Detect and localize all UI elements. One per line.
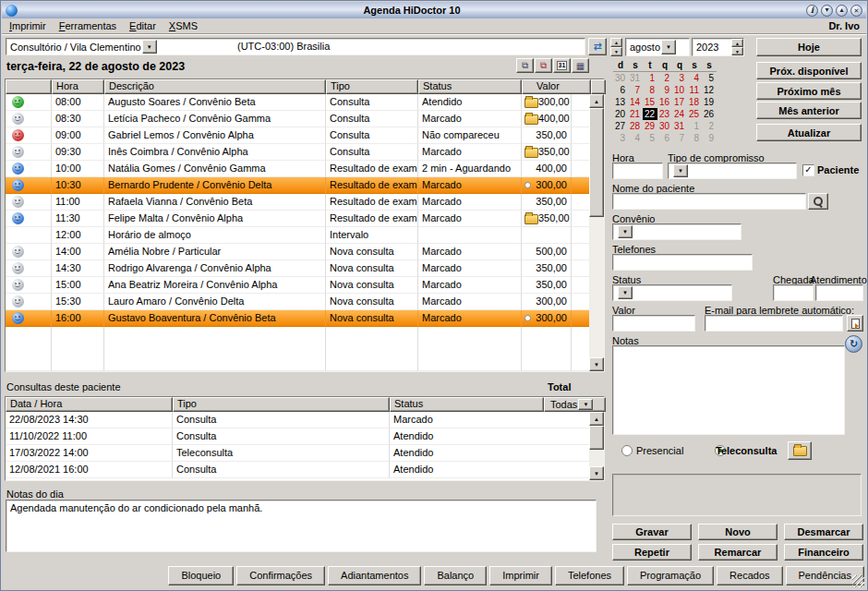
history-row[interactable]: 11/10/2022 11:00ConsultaAtendido bbox=[6, 428, 591, 445]
history-col-header[interactable]: Status bbox=[390, 397, 544, 412]
teleconsulta-folder-button[interactable] bbox=[788, 441, 812, 460]
history-row[interactable]: 12/08/2021 16:00ConsultaAtendido bbox=[6, 462, 591, 478]
schedule-row[interactable]: 11:30Felipe Malta / Convênio AlphaResult… bbox=[6, 211, 591, 227]
repetir-button[interactable]: Repetir bbox=[612, 544, 692, 561]
schedule-row[interactable]: 14:00Amélia Nobre / ParticularNova consu… bbox=[6, 244, 591, 260]
day-notes-box[interactable]: Agendada manutenção do ar condicionado p… bbox=[6, 500, 597, 552]
mes-anterior-button[interactable]: Mês anterior bbox=[756, 102, 862, 119]
month-select[interactable]: agosto bbox=[625, 38, 690, 56]
remarcar-button[interactable]: Remarcar bbox=[698, 544, 778, 561]
calendar-day[interactable]: 6 bbox=[657, 132, 672, 144]
chevron-down-icon[interactable] bbox=[618, 225, 633, 238]
valor-input[interactable] bbox=[612, 315, 695, 332]
history-scrollbar[interactable] bbox=[589, 412, 604, 480]
calendar-day[interactable]: 2 bbox=[702, 120, 717, 132]
calendar-day[interactable]: 21 bbox=[628, 108, 643, 120]
calendar-day[interactable]: 19 bbox=[702, 96, 717, 108]
spinner-down-icon[interactable] bbox=[610, 47, 622, 56]
schedule-row[interactable]: 14:30Rodrigo Alvarenga / Convênio AlphaN… bbox=[6, 260, 591, 277]
schedule-col-header[interactable]: Hora bbox=[52, 79, 104, 94]
prox-disponivel-button[interactable]: Próx. disponível bbox=[756, 62, 862, 79]
recados-button[interactable]: Recados bbox=[717, 566, 782, 585]
adiantamentos-button[interactable]: Adiantamentos bbox=[328, 566, 421, 585]
history-row[interactable]: 22/08/2023 14:30ConsultaMarcado bbox=[6, 412, 591, 428]
calendar-day[interactable]: 7 bbox=[628, 84, 643, 96]
folder-icon[interactable] bbox=[524, 214, 538, 224]
schedule-col-header[interactable]: Valor bbox=[522, 79, 591, 94]
calendar-day[interactable]: 13 bbox=[613, 96, 628, 108]
novo-button[interactable]: Novo bbox=[698, 524, 778, 540]
status-select[interactable] bbox=[612, 284, 732, 301]
calendar-day[interactable]: 16 bbox=[657, 96, 672, 108]
paciente-checkbox[interactable] bbox=[802, 164, 814, 176]
history-col-header[interactable]: Tipo bbox=[173, 397, 390, 412]
atualizar-button[interactable]: Atualizar bbox=[756, 124, 862, 141]
calendar-day[interactable]: 28 bbox=[628, 120, 643, 132]
calendar-day[interactable]: 12 bbox=[702, 84, 717, 96]
hora-input[interactable] bbox=[612, 163, 663, 179]
schedule-row[interactable]: 16:00Gustavo Boaventura / Convênio BetaN… bbox=[6, 310, 591, 327]
schedule-row[interactable]: 11:00Rafaela Vianna / Convênio BetaResul… bbox=[6, 194, 591, 211]
resize-grip[interactable] bbox=[852, 575, 864, 587]
calendar-day[interactable]: 15 bbox=[643, 96, 657, 108]
schedule-row[interactable]: 15:00Ana Beatriz Moreira / Convênio Alph… bbox=[6, 277, 591, 294]
calendar-day[interactable]: 24 bbox=[672, 108, 687, 120]
year-down-icon[interactable] bbox=[731, 47, 743, 55]
maximize-icon[interactable] bbox=[836, 5, 848, 17]
chevron-down-icon[interactable] bbox=[142, 40, 157, 54]
chegada-input[interactable] bbox=[773, 284, 814, 301]
calendar-day[interactable]: 29 bbox=[643, 120, 657, 132]
schedule-row[interactable]: 08:30Letícia Pacheco / Convênio GammaCon… bbox=[6, 111, 591, 127]
calendar-day[interactable]: 11 bbox=[687, 84, 702, 96]
calendar-day[interactable]: 8 bbox=[687, 132, 702, 144]
calendar-day[interactable]: 31 bbox=[672, 120, 687, 132]
email-send-button[interactable] bbox=[847, 315, 863, 332]
chevron-down-icon[interactable] bbox=[578, 399, 593, 410]
calendar-day[interactable]: 4 bbox=[628, 132, 643, 144]
calendar-day[interactable]: 17 bbox=[672, 96, 687, 108]
calendar-day[interactable]: 23 bbox=[657, 108, 672, 120]
convenio-select[interactable] bbox=[612, 223, 741, 240]
scroll-down-icon[interactable] bbox=[589, 357, 604, 371]
calendar-day[interactable]: 27 bbox=[613, 120, 628, 132]
history-col-header[interactable]: Data / Hora bbox=[6, 397, 173, 412]
desmarcar-button[interactable]: Desmarcar bbox=[784, 524, 863, 540]
calendar-day[interactable]: 10 bbox=[672, 84, 687, 96]
telefones-input[interactable] bbox=[612, 254, 753, 271]
hoje-button[interactable]: Hoje bbox=[756, 38, 862, 56]
calendar-day[interactable]: 20 bbox=[613, 108, 628, 120]
schedule-scrollbar[interactable] bbox=[589, 94, 604, 371]
folder-icon[interactable] bbox=[524, 115, 538, 125]
menu-xsms[interactable]: XSMS bbox=[163, 19, 205, 33]
scroll-down-icon[interactable] bbox=[589, 466, 604, 480]
chevron-down-icon[interactable] bbox=[618, 286, 633, 299]
schedule-row[interactable]: 15:30Lauro Amaro / Convênio DeltaNova co… bbox=[6, 294, 591, 310]
atendimento-input[interactable] bbox=[815, 284, 863, 301]
schedule-row[interactable]: 09:00Gabriel Lemos / Convênio AlphaConsu… bbox=[6, 127, 591, 144]
menu-editar[interactable]: Editar bbox=[124, 19, 163, 33]
schedule-row[interactable]: 12:00Horário de almoçoIntervalo bbox=[6, 227, 591, 244]
financeiro-button[interactable]: Financeiro bbox=[784, 544, 863, 561]
calendar-day[interactable]: 5 bbox=[702, 72, 717, 84]
scroll-up-icon[interactable] bbox=[589, 94, 604, 108]
calendar-day[interactable]: 14 bbox=[628, 96, 643, 108]
export-schedule-icon[interactable]: ⧉ bbox=[535, 58, 552, 73]
gravar-button[interactable]: Gravar bbox=[612, 524, 692, 540]
scroll-thumb[interactable] bbox=[589, 426, 604, 450]
calendar-day[interactable]: 3 bbox=[613, 132, 628, 144]
proximo-mes-button[interactable]: Próximo mês bbox=[756, 82, 862, 100]
schedule-col-header[interactable]: Descrição bbox=[104, 79, 326, 94]
buscar-paciente-button[interactable] bbox=[808, 193, 828, 210]
imprimir-button[interactable]: Imprimir bbox=[489, 566, 552, 585]
balanco-button[interactable]: Balanço bbox=[424, 566, 487, 585]
history-row[interactable]: 17/03/2022 14:00TeleconsultaAtendido bbox=[6, 445, 591, 462]
folder-icon[interactable] bbox=[524, 148, 538, 158]
clinic-selector[interactable]: Consultório / Vila Clementino (UTC-03:00… bbox=[6, 38, 585, 55]
sync-button[interactable] bbox=[845, 335, 862, 353]
month-view-icon[interactable]: ▦ bbox=[572, 58, 589, 73]
day-view-icon[interactable]: 31 bbox=[553, 58, 571, 73]
calendar-day[interactable]: 18 bbox=[687, 96, 702, 108]
schedule-row[interactable]: 10:30Bernardo Prudente / Convênio DeltaR… bbox=[6, 177, 591, 194]
history-filter-select[interactable]: Todas bbox=[544, 397, 606, 412]
menu-imprimir[interactable]: Imprimir bbox=[4, 19, 54, 33]
